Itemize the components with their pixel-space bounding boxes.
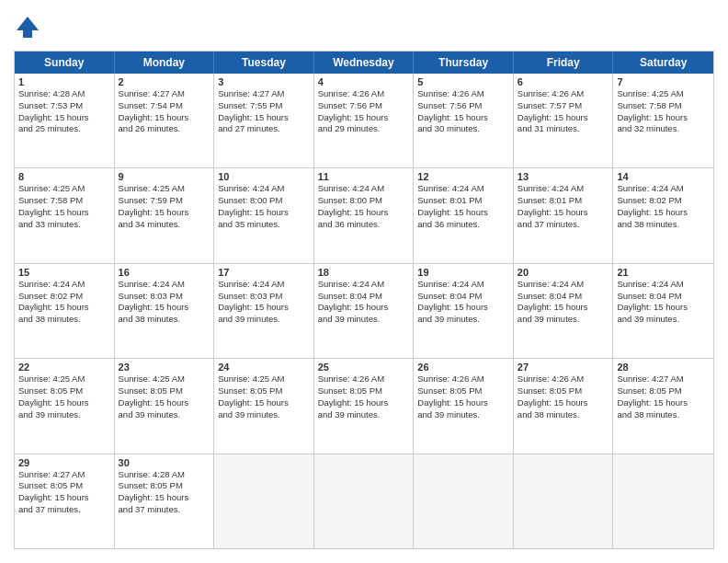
day-number: 8 — [18, 171, 110, 182]
day-number: 14 — [617, 171, 710, 182]
day-info: Sunrise: 4:28 AM Sunset: 8:05 PM Dayligh… — [119, 469, 210, 516]
day-number: 16 — [119, 267, 210, 278]
day-info: Sunrise: 4:24 AM Sunset: 8:04 PM Dayligh… — [417, 279, 509, 326]
calendar-cell-day-7: 7Sunrise: 4:25 AM Sunset: 7:58 PM Daylig… — [613, 74, 713, 167]
calendar-cell-day-13: 13Sunrise: 4:24 AM Sunset: 8:01 PM Dayli… — [514, 168, 614, 262]
calendar-cell-day-8: 8Sunrise: 4:25 AM Sunset: 7:58 PM Daylig… — [15, 168, 115, 262]
day-number: 7 — [617, 76, 710, 87]
calendar-cell-day-5: 5Sunrise: 4:26 AM Sunset: 7:56 PM Daylig… — [414, 74, 514, 167]
header-day-monday: Monday — [115, 52, 215, 74]
day-number: 28 — [617, 362, 710, 373]
day-number: 18 — [318, 267, 410, 278]
calendar-cell-day-20: 20Sunrise: 4:24 AM Sunset: 8:04 PM Dayli… — [514, 264, 614, 358]
day-number: 27 — [518, 362, 609, 373]
calendar-cell-day-29: 29Sunrise: 4:27 AM Sunset: 8:05 PM Dayli… — [15, 454, 115, 548]
calendar-row-5: 29Sunrise: 4:27 AM Sunset: 8:05 PM Dayli… — [15, 454, 713, 548]
day-info: Sunrise: 4:26 AM Sunset: 8:05 PM Dayligh… — [318, 373, 410, 420]
calendar: SundayMondayTuesdayWednesdayThursdayFrid… — [14, 51, 714, 549]
header-day-wednesday: Wednesday — [314, 52, 415, 74]
calendar-cell-day-11: 11Sunrise: 4:24 AM Sunset: 8:00 PM Dayli… — [314, 168, 415, 262]
calendar-cell-day-23: 23Sunrise: 4:25 AM Sunset: 8:05 PM Dayli… — [115, 359, 215, 453]
calendar-cell-day-6: 6Sunrise: 4:26 AM Sunset: 7:57 PM Daylig… — [514, 74, 614, 167]
day-info: Sunrise: 4:26 AM Sunset: 7:56 PM Dayligh… — [318, 88, 410, 135]
calendar-cell-day-2: 2Sunrise: 4:27 AM Sunset: 7:54 PM Daylig… — [115, 74, 215, 167]
calendar-row-4: 22Sunrise: 4:25 AM Sunset: 8:05 PM Dayli… — [15, 358, 713, 453]
header-day-saturday: Saturday — [613, 52, 713, 74]
day-number: 20 — [518, 267, 609, 278]
day-info: Sunrise: 4:24 AM Sunset: 8:00 PM Dayligh… — [318, 183, 410, 230]
day-info: Sunrise: 4:26 AM Sunset: 8:05 PM Dayligh… — [518, 373, 609, 420]
calendar-cell-day-12: 12Sunrise: 4:24 AM Sunset: 8:01 PM Dayli… — [414, 168, 514, 262]
day-info: Sunrise: 4:27 AM Sunset: 7:54 PM Dayligh… — [119, 88, 210, 135]
day-number: 15 — [18, 267, 110, 278]
day-number: 11 — [318, 171, 410, 182]
day-number: 6 — [518, 76, 609, 87]
day-number: 29 — [18, 457, 110, 468]
day-number: 17 — [218, 267, 310, 278]
day-info: Sunrise: 4:24 AM Sunset: 8:02 PM Dayligh… — [18, 279, 110, 326]
day-number: 5 — [417, 76, 509, 87]
day-number: 22 — [18, 362, 110, 373]
day-info: Sunrise: 4:26 AM Sunset: 7:57 PM Dayligh… — [518, 88, 609, 135]
calendar-cell-day-21: 21Sunrise: 4:24 AM Sunset: 8:04 PM Dayli… — [613, 264, 713, 358]
calendar-cell-day-22: 22Sunrise: 4:25 AM Sunset: 8:05 PM Dayli… — [15, 359, 115, 453]
day-number: 10 — [218, 171, 310, 182]
page: SundayMondayTuesdayWednesdayThursdayFrid… — [0, 0, 728, 563]
day-info: Sunrise: 4:27 AM Sunset: 8:05 PM Dayligh… — [617, 373, 710, 420]
day-info: Sunrise: 4:28 AM Sunset: 7:53 PM Dayligh… — [18, 88, 110, 135]
day-number: 2 — [119, 76, 210, 87]
calendar-cell-empty — [414, 454, 514, 548]
calendar-row-2: 8Sunrise: 4:25 AM Sunset: 7:58 PM Daylig… — [15, 167, 713, 262]
calendar-cell-day-28: 28Sunrise: 4:27 AM Sunset: 8:05 PM Dayli… — [613, 359, 713, 453]
page-header — [14, 14, 714, 41]
calendar-cell-day-24: 24Sunrise: 4:25 AM Sunset: 8:05 PM Dayli… — [214, 359, 314, 453]
header-day-thursday: Thursday — [414, 52, 514, 74]
day-info: Sunrise: 4:26 AM Sunset: 8:05 PM Dayligh… — [417, 373, 509, 420]
day-info: Sunrise: 4:24 AM Sunset: 8:02 PM Dayligh… — [617, 183, 710, 230]
day-number: 23 — [119, 362, 210, 373]
header-day-friday: Friday — [514, 52, 614, 74]
day-info: Sunrise: 4:24 AM Sunset: 8:01 PM Dayligh… — [518, 183, 609, 230]
day-number: 12 — [417, 171, 509, 182]
day-info: Sunrise: 4:27 AM Sunset: 7:55 PM Dayligh… — [218, 88, 310, 135]
day-info: Sunrise: 4:24 AM Sunset: 8:03 PM Dayligh… — [119, 279, 210, 326]
calendar-cell-day-1: 1Sunrise: 4:28 AM Sunset: 7:53 PM Daylig… — [15, 74, 115, 167]
calendar-cell-empty — [514, 454, 614, 548]
day-number: 30 — [119, 457, 210, 468]
day-number: 24 — [218, 362, 310, 373]
calendar-cell-day-9: 9Sunrise: 4:25 AM Sunset: 7:59 PM Daylig… — [115, 168, 215, 262]
day-info: Sunrise: 4:25 AM Sunset: 8:05 PM Dayligh… — [119, 373, 210, 420]
day-number: 13 — [518, 171, 609, 182]
day-info: Sunrise: 4:26 AM Sunset: 7:56 PM Dayligh… — [417, 88, 509, 135]
calendar-cell-day-19: 19Sunrise: 4:24 AM Sunset: 8:04 PM Dayli… — [414, 264, 514, 358]
calendar-cell-day-26: 26Sunrise: 4:26 AM Sunset: 8:05 PM Dayli… — [414, 359, 514, 453]
day-info: Sunrise: 4:27 AM Sunset: 8:05 PM Dayligh… — [18, 469, 110, 516]
day-info: Sunrise: 4:25 AM Sunset: 8:05 PM Dayligh… — [18, 373, 110, 420]
calendar-cell-day-25: 25Sunrise: 4:26 AM Sunset: 8:05 PM Dayli… — [314, 359, 415, 453]
calendar-cell-empty — [613, 454, 713, 548]
calendar-cell-day-27: 27Sunrise: 4:26 AM Sunset: 8:05 PM Dayli… — [514, 359, 614, 453]
day-info: Sunrise: 4:24 AM Sunset: 8:04 PM Dayligh… — [617, 279, 710, 326]
day-info: Sunrise: 4:25 AM Sunset: 7:58 PM Dayligh… — [18, 183, 110, 230]
day-info: Sunrise: 4:24 AM Sunset: 8:03 PM Dayligh… — [218, 279, 310, 326]
calendar-cell-day-15: 15Sunrise: 4:24 AM Sunset: 8:02 PM Dayli… — [15, 264, 115, 358]
calendar-body: 1Sunrise: 4:28 AM Sunset: 7:53 PM Daylig… — [15, 74, 713, 548]
svg-rect-1 — [23, 30, 32, 38]
day-info: Sunrise: 4:24 AM Sunset: 8:04 PM Dayligh… — [518, 279, 609, 326]
header-day-sunday: Sunday — [15, 52, 115, 74]
day-info: Sunrise: 4:25 AM Sunset: 7:58 PM Dayligh… — [617, 88, 710, 135]
day-number: 26 — [417, 362, 509, 373]
calendar-cell-day-16: 16Sunrise: 4:24 AM Sunset: 8:03 PM Dayli… — [115, 264, 215, 358]
day-number: 4 — [318, 76, 410, 87]
day-info: Sunrise: 4:24 AM Sunset: 8:01 PM Dayligh… — [417, 183, 509, 230]
calendar-cell-day-17: 17Sunrise: 4:24 AM Sunset: 8:03 PM Dayli… — [214, 264, 314, 358]
calendar-cell-day-14: 14Sunrise: 4:24 AM Sunset: 8:02 PM Dayli… — [613, 168, 713, 262]
calendar-header: SundayMondayTuesdayWednesdayThursdayFrid… — [15, 52, 713, 74]
header-day-tuesday: Tuesday — [214, 52, 314, 74]
day-number: 21 — [617, 267, 710, 278]
calendar-cell-day-3: 3Sunrise: 4:27 AM Sunset: 7:55 PM Daylig… — [214, 74, 314, 167]
calendar-row-3: 15Sunrise: 4:24 AM Sunset: 8:02 PM Dayli… — [15, 263, 713, 358]
day-number: 3 — [218, 76, 310, 87]
calendar-row-1: 1Sunrise: 4:28 AM Sunset: 7:53 PM Daylig… — [15, 74, 713, 167]
calendar-cell-day-4: 4Sunrise: 4:26 AM Sunset: 7:56 PM Daylig… — [314, 74, 415, 167]
